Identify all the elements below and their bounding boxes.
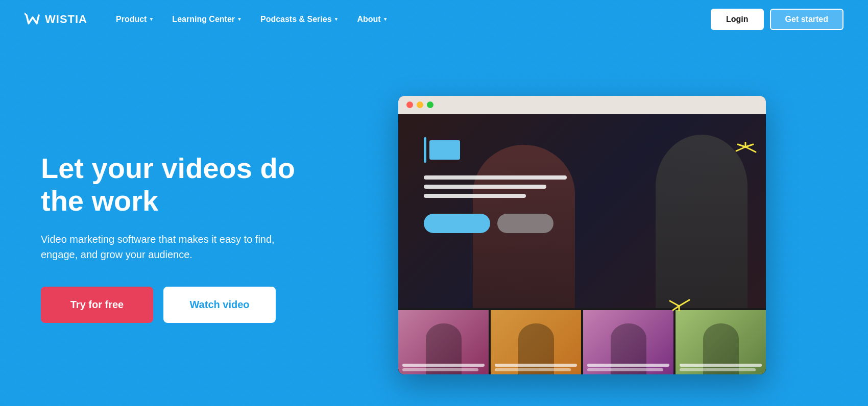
get-started-button[interactable]: Get started — [770, 9, 843, 30]
ui-line-1 — [424, 175, 567, 180]
browser-mockup — [398, 96, 766, 374]
nav-item-learning-center[interactable]: Learning Center ▼ — [164, 11, 250, 28]
try-for-free-button[interactable]: Try for free — [41, 287, 153, 323]
chevron-down-icon: ▼ — [237, 16, 242, 22]
svg-line-1 — [745, 144, 753, 147]
thumb-label-2b — [495, 368, 571, 371]
video-overlay — [398, 114, 766, 308]
browser-content — [398, 114, 766, 374]
thumbnails-strip — [398, 308, 766, 374]
nav-item-product[interactable]: Product ▼ — [108, 11, 162, 28]
browser-dot-green — [427, 102, 433, 108]
thumb-person-2 — [518, 323, 554, 374]
nav-links: Product ▼ Learning Center ▼ Podcasts & S… — [108, 11, 711, 28]
chevron-down-icon: ▼ — [334, 16, 339, 22]
ui-text-lines — [424, 175, 567, 198]
svg-line-8 — [673, 306, 679, 310]
thumbnail-2 — [491, 310, 581, 374]
nav-item-podcasts-series[interactable]: Podcasts & Series ▼ — [252, 11, 347, 28]
browser-dot-red — [406, 102, 413, 108]
thumb-person-4 — [703, 323, 739, 374]
ui-line-3 — [424, 194, 526, 198]
watch-video-button[interactable]: Watch video — [163, 287, 276, 323]
thumb-person-3 — [611, 323, 646, 374]
thumb-person-1 — [426, 323, 462, 374]
ui-buttons-row — [424, 214, 553, 233]
hero-left: Let your videos do the work Video market… — [41, 142, 337, 323]
thumb-label-4b — [680, 368, 756, 371]
svg-line-0 — [745, 147, 756, 152]
thumb-label-2 — [495, 364, 577, 367]
wistia-logo-icon — [25, 12, 41, 27]
hero-section: Let your videos do the work Video market… — [0, 38, 868, 406]
chevron-down-icon: ▼ — [149, 16, 154, 22]
navbar: WISTIA Product ▼ Learning Center ▼ Podca… — [0, 0, 868, 38]
thumbnail-3 — [583, 310, 673, 374]
ui-overlay-btn-secondary — [497, 214, 553, 233]
svg-line-7 — [670, 301, 679, 306]
logo-text: WISTIA — [45, 13, 87, 26]
flag-shape — [429, 140, 460, 160]
thumb-label-3b — [587, 368, 663, 371]
svg-line-3 — [738, 144, 745, 147]
chevron-down-icon: ▼ — [383, 16, 388, 22]
thumb-label-1b — [402, 368, 478, 371]
svg-line-4 — [736, 147, 745, 151]
nav-item-about[interactable]: About ▼ — [349, 11, 396, 28]
nav-actions: Login Get started — [711, 9, 843, 30]
video-main-area — [398, 114, 766, 308]
ui-overlay-btn-primary — [424, 214, 490, 233]
hero-buttons: Try for free Watch video — [41, 287, 337, 323]
hero-subheadline: Video marketing software that makes it e… — [41, 232, 276, 262]
hero-headline: Let your videos do the work — [41, 152, 337, 218]
login-button[interactable]: Login — [711, 9, 764, 30]
thumbnail-4 — [676, 310, 766, 374]
browser-titlebar — [398, 96, 766, 114]
sparkle-decoration-top — [730, 142, 761, 174]
thumb-label-4 — [680, 364, 762, 367]
ui-line-2 — [424, 185, 546, 189]
ui-flag-element — [424, 137, 460, 163]
thumb-label-1 — [402, 364, 485, 367]
svg-line-5 — [679, 300, 689, 306]
hero-right — [337, 91, 827, 374]
browser-dot-yellow — [417, 102, 423, 108]
sparkle-decoration-bottom — [664, 281, 694, 313]
logo[interactable]: WISTIA — [25, 12, 87, 27]
thumbnail-1 — [398, 310, 489, 374]
thumb-label-3 — [587, 364, 669, 367]
flag-pole — [424, 137, 426, 163]
